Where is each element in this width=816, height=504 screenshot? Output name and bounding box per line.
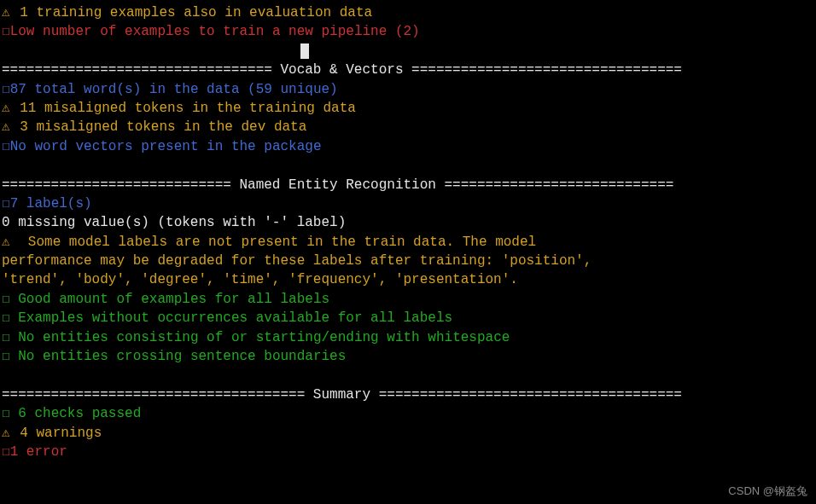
info-line: 87 total word(s) in the data (59 unique) bbox=[0, 80, 816, 99]
section-header-ner: ============================ Named Entit… bbox=[0, 176, 816, 194]
warning-text: Some model labels are not present in the… bbox=[12, 235, 537, 250]
success-line: Good amount of examples for all labels bbox=[0, 290, 816, 309]
summary-warnings-text: 4 warnings bbox=[12, 426, 102, 441]
info-icon bbox=[2, 139, 10, 154]
error-text: Low number of examples to train a new pi… bbox=[10, 24, 420, 39]
text-cursor bbox=[300, 43, 309, 59]
plain-line: 0 missing value(s) (tokens with '-' labe… bbox=[0, 213, 816, 232]
success-line: Examples without occurrences available f… bbox=[0, 309, 816, 327]
summary-passed: 6 checks passed bbox=[0, 404, 816, 423]
warning-text: 3 misaligned tokens in the dev data bbox=[12, 119, 307, 135]
summary-errors: 1 error bbox=[0, 443, 816, 461]
warning-icon bbox=[2, 426, 12, 441]
warning-text: 11 misaligned tokens in the training dat… bbox=[12, 101, 356, 116]
warning-icon bbox=[2, 235, 12, 250]
summary-warnings: 4 warnings bbox=[0, 424, 816, 443]
success-text: Good amount of examples for all labels bbox=[10, 292, 329, 307]
warning-icon bbox=[2, 119, 12, 135]
warning-line: Some model labels are not present in the… bbox=[0, 233, 816, 252]
watermark: CSDN @钢盔兔 bbox=[728, 484, 807, 499]
warning-continuation: 'trend', 'body', 'degree', 'time', 'freq… bbox=[0, 270, 816, 289]
error-line: Low number of examples to train a new pi… bbox=[0, 22, 816, 41]
warning-text: 1 training examples also in evaluation d… bbox=[12, 5, 372, 20]
cursor-line bbox=[0, 42, 816, 61]
check-icon bbox=[2, 330, 10, 345]
section-header-vocab: ================================= Vocab … bbox=[0, 61, 816, 79]
info-text: No word vectors present in the package bbox=[10, 139, 322, 154]
summary-passed-text: 6 checks passed bbox=[10, 406, 142, 421]
info-text: 7 label(s) bbox=[10, 196, 92, 211]
check-icon bbox=[2, 310, 10, 326]
summary-errors-text: 1 error bbox=[10, 444, 67, 460]
blank-line bbox=[0, 366, 816, 385]
info-line: 7 label(s) bbox=[0, 194, 816, 213]
warning-line: 11 misaligned tokens in the training dat… bbox=[0, 99, 816, 118]
check-icon bbox=[2, 406, 10, 421]
warning-line: 1 training examples also in evaluation d… bbox=[0, 3, 816, 22]
warning-continuation: performance may be degraded for these la… bbox=[0, 252, 816, 270]
info-icon bbox=[2, 196, 10, 211]
warning-line: 3 misaligned tokens in the dev data bbox=[0, 118, 816, 136]
check-icon bbox=[2, 292, 10, 307]
success-text: No entities crossing sentence boundaries bbox=[10, 349, 347, 364]
blank-line bbox=[0, 156, 816, 175]
warning-icon bbox=[2, 101, 12, 116]
error-icon bbox=[2, 24, 10, 39]
info-line: No word vectors present in the package bbox=[0, 137, 816, 156]
info-icon bbox=[2, 82, 10, 97]
success-line: No entities consisting of or starting/en… bbox=[0, 328, 816, 347]
success-text: Examples without occurrences available f… bbox=[10, 310, 452, 326]
warning-icon bbox=[2, 5, 12, 20]
success-text: No entities consisting of or starting/en… bbox=[10, 330, 510, 345]
error-icon bbox=[2, 444, 10, 460]
info-text: 87 total word(s) in the data (59 unique) bbox=[10, 82, 338, 97]
success-line: No entities crossing sentence boundaries bbox=[0, 347, 816, 366]
check-icon bbox=[2, 349, 10, 364]
section-header-summary: ===================================== Su… bbox=[0, 385, 816, 404]
